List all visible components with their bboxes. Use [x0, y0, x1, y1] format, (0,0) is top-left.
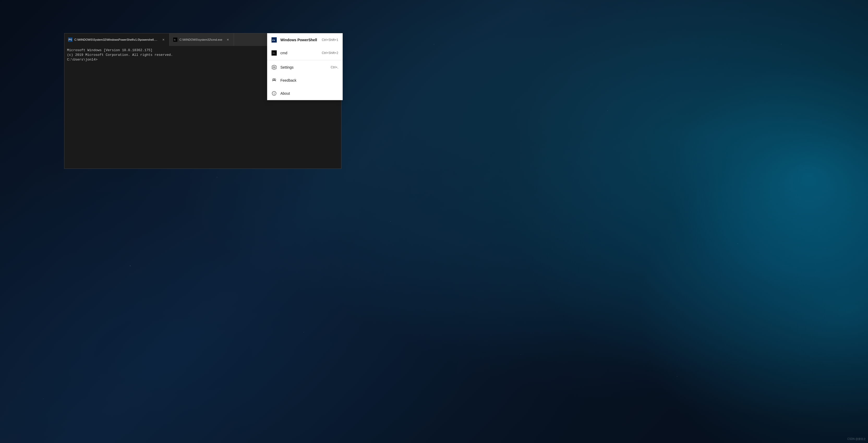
svg-text:C:\: C:\ — [273, 52, 275, 54]
menu-label-feedback: Feedback — [280, 78, 296, 83]
menu-item-settings[interactable]: Settings Ctrl+, — [267, 61, 342, 74]
tab-cmd-label: C:\WINDOWS\system32\cmd.exe — [180, 38, 222, 41]
about-icon — [272, 91, 277, 96]
menu-label-powershell: Windows PowerShell — [280, 38, 317, 42]
watermark: CSDN @搜尝之 — [847, 437, 866, 441]
menu-item-powershell-left: PS Windows PowerShell — [272, 37, 317, 42]
menu-item-cmd[interactable]: C:\ cmd Ctrl+Shift+2 — [267, 47, 342, 59]
menu-item-about[interactable]: About — [267, 87, 342, 100]
powershell-tab-icon: PS — [68, 37, 72, 42]
menu-item-powershell[interactable]: PS Windows PowerShell Ctrl+Shift+1 — [267, 33, 342, 47]
cmd-tab-icon: C: — [173, 37, 177, 42]
menu-shortcut-cmd: Ctrl+Shift+2 — [322, 51, 338, 55]
dropdown-menu: PS Windows PowerShell Ctrl+Shift+1 C:\ c… — [267, 33, 343, 100]
svg-text:PS: PS — [69, 38, 72, 41]
tab-powershell[interactable]: PS C:\WINDOWS\System32\WindowsPowerShell… — [64, 33, 169, 46]
menu-label-settings: Settings — [280, 65, 294, 69]
svg-point-10 — [274, 92, 274, 93]
svg-text:C:: C: — [174, 39, 176, 41]
gear-icon — [272, 65, 277, 70]
menu-label-about: About — [280, 91, 290, 95]
menu-separator-1 — [267, 60, 342, 60]
tab-powershell-label: C:\WINDOWS\System32\WindowsPowerShell\v1… — [74, 38, 158, 41]
cmd-menu-icon: C:\ — [272, 50, 277, 56]
menu-shortcut-settings: Ctrl+, — [331, 65, 338, 69]
powershell-menu-icon: PS — [272, 37, 277, 42]
feedback-icon — [272, 78, 277, 83]
menu-label-cmd: cmd — [280, 51, 287, 55]
tab-powershell-close[interactable]: ✕ — [161, 37, 166, 42]
tab-cmd-close[interactable]: ✕ — [225, 37, 230, 42]
menu-shortcut-powershell: Ctrl+Shift+1 — [322, 38, 338, 42]
svg-text:PS: PS — [272, 39, 275, 41]
menu-item-cmd-left: C:\ cmd — [272, 50, 287, 56]
tab-cmd[interactable]: C: C:\WINDOWS\system32\cmd.exe ✕ — [169, 33, 234, 46]
menu-item-settings-left: Settings — [272, 65, 294, 70]
menu-item-feedback[interactable]: Feedback — [267, 74, 342, 87]
